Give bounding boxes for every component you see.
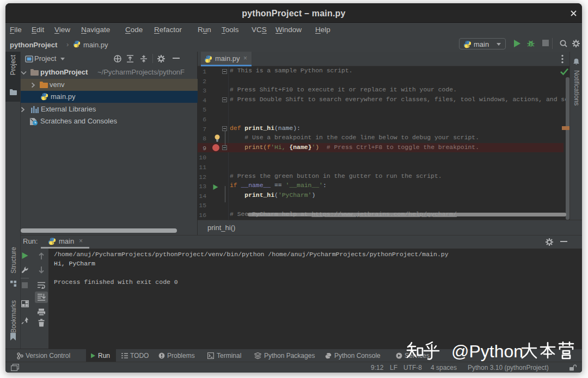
svg-text:@Python: @Python (451, 342, 523, 361)
